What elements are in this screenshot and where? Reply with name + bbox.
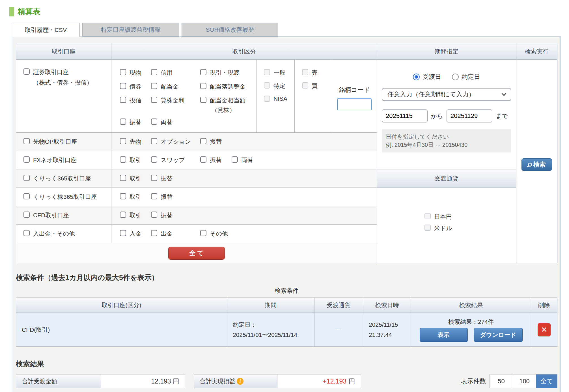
checkbox-icon[interactable] xyxy=(120,212,126,218)
checkbox-icon[interactable] xyxy=(23,156,30,163)
checkbox-specific[interactable]: 特定 xyxy=(264,82,294,90)
checkbox-sell[interactable]: 売 xyxy=(302,69,332,77)
checkbox-securities-account[interactable]: 証券取引口座 xyxy=(23,68,69,76)
select-all-button[interactable]: 全て xyxy=(168,247,225,260)
checkbox-icon[interactable] xyxy=(200,156,206,163)
checkbox-icon[interactable] xyxy=(264,96,270,102)
symbol-code-input[interactable] xyxy=(337,98,372,110)
checkbox-icon[interactable] xyxy=(151,175,157,181)
checkbox-dividend-adjustment[interactable]: 配当落調整金 xyxy=(200,83,245,91)
display-count-50[interactable]: 50 xyxy=(490,374,513,388)
checkbox-fx-neo-account[interactable]: FXネオ取引口座 xyxy=(23,156,77,164)
checkbox-transfer[interactable]: 振替 xyxy=(120,118,151,126)
delete-button[interactable]: ✕ xyxy=(538,323,551,336)
checkbox-stock-lending-fee[interactable]: 貸株金利 xyxy=(151,96,184,104)
checkbox-deposit[interactable]: 入金 xyxy=(120,230,151,238)
checkbox-other[interactable]: その他 xyxy=(200,230,228,238)
checkbox-icon[interactable] xyxy=(151,69,157,75)
checkbox-fund[interactable]: 投信 xyxy=(120,96,151,104)
checkbox-cfd-transfer[interactable]: 振替 xyxy=(151,211,173,219)
download-button[interactable]: ダウンロード xyxy=(474,328,523,342)
checkbox-icon[interactable] xyxy=(151,230,157,236)
checkbox-deposit-withdrawal-account[interactable]: 入出金・その他 xyxy=(23,230,75,238)
checkbox-click365-account[interactable]: くりっく365取引口座 xyxy=(23,175,91,182)
tab-specific-account-tax-info[interactable]: 特定口座譲渡益税情報 xyxy=(82,23,179,36)
checkbox-icon[interactable] xyxy=(151,212,157,218)
date-from-input[interactable] xyxy=(382,109,428,122)
checkbox-jpy[interactable]: 日本円 xyxy=(424,213,516,221)
checkbox-icon[interactable] xyxy=(23,230,30,236)
radio-icon[interactable] xyxy=(452,74,459,80)
checkbox-icon[interactable] xyxy=(151,138,157,144)
date-to-input[interactable] xyxy=(447,109,492,122)
checkbox-icon[interactable] xyxy=(151,119,157,125)
checkbox-icon[interactable] xyxy=(23,175,30,181)
checkbox-icon[interactable] xyxy=(151,193,157,199)
checkbox-nisa[interactable]: NISA xyxy=(264,95,294,102)
checkbox-cfd-trade[interactable]: 取引 xyxy=(120,211,151,219)
checkbox-withdrawal[interactable]: 出金 xyxy=(151,230,200,238)
checkbox-icon[interactable] xyxy=(200,69,206,75)
checkbox-icon[interactable] xyxy=(23,68,30,75)
search-button[interactable]: 検索 xyxy=(521,158,552,171)
period-type-select[interactable]: 任意入力（任意期間にて入力） xyxy=(382,88,511,101)
checkbox-margin[interactable]: 信用 xyxy=(151,69,173,77)
checkbox-bond[interactable]: 債券 xyxy=(120,83,151,91)
checkbox-click365-transfer[interactable]: 振替 xyxy=(151,175,173,182)
checkbox-icon[interactable] xyxy=(120,97,126,103)
checkbox-icon[interactable] xyxy=(200,230,206,236)
checkbox-icon[interactable] xyxy=(302,82,308,89)
info-icon[interactable]: i xyxy=(237,378,243,385)
display-count-all[interactable]: 全て xyxy=(536,374,557,388)
checkbox-icon[interactable] xyxy=(302,69,308,75)
checkbox-icon[interactable] xyxy=(120,138,126,144)
checkbox-click-stock365-account[interactable]: くりっく株365取引口座 xyxy=(23,193,97,201)
checkbox-icon[interactable] xyxy=(120,119,126,125)
checkbox-icon[interactable] xyxy=(120,175,126,181)
checkbox-fx-trade[interactable]: 取引 xyxy=(120,156,151,164)
checkbox-usd[interactable]: 米ドル xyxy=(424,224,516,232)
radio-delivery-date[interactable]: 受渡日 xyxy=(413,73,441,81)
checkbox-fx-exchange[interactable]: 両替 xyxy=(232,156,253,164)
checkbox-icon[interactable] xyxy=(23,212,30,218)
checkbox-general[interactable]: 一般 xyxy=(264,69,294,77)
checkbox-spot[interactable]: 現物 xyxy=(120,69,151,77)
checkbox-futures[interactable]: 先物 xyxy=(120,138,151,146)
checkbox-icon[interactable] xyxy=(120,230,126,236)
radio-icon[interactable] xyxy=(413,74,420,80)
checkbox-icon[interactable] xyxy=(151,83,157,89)
checkbox-exchange[interactable]: 両替 xyxy=(151,118,173,126)
checkbox-icon[interactable] xyxy=(264,82,270,89)
checkbox-icon[interactable] xyxy=(23,193,30,199)
checkbox-icon[interactable] xyxy=(120,69,126,75)
checkbox-icon[interactable] xyxy=(424,213,431,219)
checkbox-icon[interactable] xyxy=(424,225,431,231)
checkbox-icon[interactable] xyxy=(200,138,206,144)
checkbox-click365-trade[interactable]: 取引 xyxy=(120,175,151,182)
checkbox-buy[interactable]: 買 xyxy=(302,82,332,90)
display-count-100[interactable]: 100 xyxy=(513,374,536,388)
checkbox-icon[interactable] xyxy=(120,156,126,163)
checkbox-futures-transfer[interactable]: 振替 xyxy=(200,138,222,146)
checkbox-options[interactable]: オプション xyxy=(151,138,200,146)
checkbox-dividend[interactable]: 配当金 xyxy=(151,83,178,91)
tab-trade-history-csv[interactable]: 取引履歴・CSV xyxy=(12,23,80,37)
checkbox-futures-op-account[interactable]: 先物OP取引口座 xyxy=(23,138,77,146)
radio-trade-date[interactable]: 約定日 xyxy=(452,73,480,81)
checkbox-icon[interactable] xyxy=(264,69,270,75)
checkbox-fx-swap[interactable]: スワップ xyxy=(151,156,200,164)
checkbox-icon[interactable] xyxy=(232,156,238,163)
checkbox-icon[interactable] xyxy=(151,97,157,103)
checkbox-dividend-equivalent[interactable]: 配当金相当額 （貸株） xyxy=(200,96,245,114)
show-button[interactable]: 表示 xyxy=(420,328,468,342)
checkbox-cfd-account[interactable]: CFD取引口座 xyxy=(23,211,69,219)
checkbox-click-stock365-transfer[interactable]: 振替 xyxy=(151,193,173,201)
checkbox-fx-transfer[interactable]: 振替 xyxy=(200,156,232,164)
checkbox-icon[interactable] xyxy=(120,83,126,89)
checkbox-icon[interactable] xyxy=(200,97,206,103)
checkbox-click-stock365-trade[interactable]: 取引 xyxy=(120,193,151,201)
checkbox-icon[interactable] xyxy=(23,138,30,144)
checkbox-icon[interactable] xyxy=(151,156,157,163)
tab-sor-price-improvement[interactable]: SOR価格改善履歴 xyxy=(182,23,278,36)
checkbox-physical-delivery[interactable]: 現引・現渡 xyxy=(200,69,245,77)
